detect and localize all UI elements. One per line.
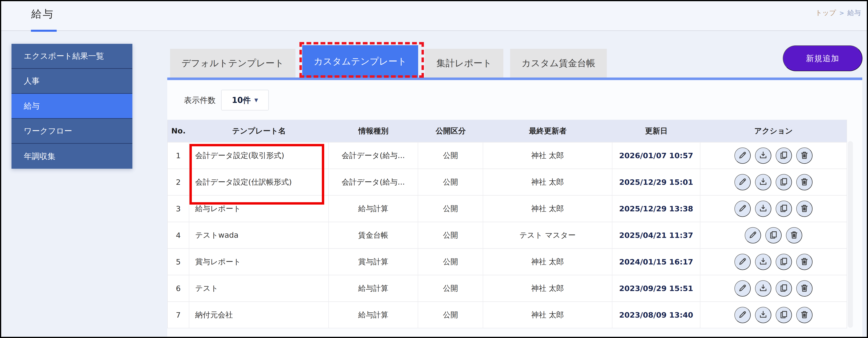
title-accent-underline — [31, 30, 57, 32]
copy-button[interactable] — [776, 254, 792, 270]
download-icon — [758, 283, 768, 293]
cell-updated: 2023/09/29 15:51 — [612, 275, 701, 301]
cell-no: 7 — [168, 302, 189, 328]
table-row: 3給与レポート給与計算公開神社 太郎2025/12/29 13:38 — [168, 195, 846, 222]
download-icon — [758, 204, 768, 214]
edit-button[interactable] — [735, 148, 751, 164]
copy-icon — [779, 283, 788, 293]
download-button[interactable] — [755, 280, 771, 297]
page-size-value: 10件 — [232, 95, 251, 106]
cell-type: 給与計算 — [329, 275, 418, 301]
delete-button[interactable] — [786, 227, 802, 243]
copy-button[interactable] — [776, 148, 792, 164]
cell-type: 賃金台帳 — [329, 222, 418, 248]
tab-custom-wage-ledger[interactable]: カスタム賃金台帳 — [510, 49, 607, 78]
column-header: 最終更新者 — [483, 120, 612, 142]
tab-custom-template[interactable]: カスタムテンプレート — [302, 45, 418, 78]
download-icon — [758, 177, 768, 187]
cell-updated-by: 神社 太郎 — [483, 196, 612, 222]
edit-icon — [738, 204, 747, 214]
edit-button[interactable] — [735, 280, 751, 297]
delete-button[interactable] — [796, 307, 812, 323]
column-header: 情報種別 — [329, 120, 418, 142]
delete-button[interactable] — [796, 174, 812, 190]
download-button[interactable] — [755, 307, 771, 323]
page-size-select[interactable]: 10件 ▼ — [221, 90, 269, 111]
sidebar-item-nencho[interactable]: 年調収集 — [11, 144, 132, 169]
cell-no: 5 — [168, 249, 189, 275]
sidebar-item-payroll[interactable]: 給与 — [11, 94, 132, 119]
download-button[interactable] — [755, 148, 771, 164]
app-window: 給与 トップ > 給与 エクスポート結果一覧人事給与ワークフロー年調収集 デフォ… — [0, 0, 868, 338]
chevron-down-icon: ▼ — [254, 97, 258, 103]
cell-actions — [700, 302, 846, 328]
edit-button[interactable] — [735, 254, 751, 270]
copy-icon — [779, 257, 788, 267]
download-button[interactable] — [755, 174, 771, 190]
cell-actions — [700, 222, 846, 248]
edit-icon — [748, 231, 757, 240]
copy-button[interactable] — [776, 174, 792, 190]
download-icon — [758, 151, 768, 160]
cell-updated-by: 神社 太郎 — [483, 169, 612, 195]
edit-button[interactable] — [735, 307, 751, 323]
sidebar-item-hr[interactable]: 人事 — [11, 69, 132, 94]
copy-button[interactable] — [776, 307, 792, 323]
copy-icon — [769, 231, 778, 240]
copy-button[interactable] — [765, 227, 782, 243]
breadcrumb: トップ > 給与 — [815, 8, 861, 18]
column-header: 公開区分 — [418, 120, 483, 142]
table-row: 5賞与レポート賞与計算公開神社 太郎2024/01/15 16:17 — [168, 248, 846, 275]
add-new-button[interactable]: 新規追加 — [783, 45, 863, 71]
copy-button[interactable] — [776, 201, 792, 217]
sidebar-item-export-results[interactable]: エクスポート結果一覧 — [11, 44, 132, 69]
tab-default-template[interactable]: デフォルトテンプレート — [170, 49, 296, 78]
edit-button[interactable] — [735, 174, 751, 190]
download-icon — [758, 257, 768, 267]
table-scrollbar-track[interactable] — [848, 141, 853, 328]
cell-visibility: 公開 — [418, 249, 483, 275]
sidebar-item-workflow[interactable]: ワークフロー — [11, 119, 132, 144]
edit-button[interactable] — [735, 201, 751, 217]
cell-no: 3 — [168, 196, 189, 222]
table-row: 6テスト給与計算公開神社 太郎2023/09/29 15:51 — [168, 275, 846, 301]
tab-bar: デフォルトテンプレートカスタムテンプレート集計レポートカスタム賃金台帳 — [170, 45, 607, 78]
cell-updated: 2025/12/29 15:01 — [612, 169, 701, 195]
copy-icon — [779, 177, 788, 187]
cell-no: 1 — [168, 143, 189, 168]
download-button[interactable] — [755, 254, 771, 270]
tab-summary-report[interactable]: 集計レポート — [425, 49, 503, 78]
delete-button[interactable] — [796, 280, 812, 297]
copy-icon — [779, 204, 788, 214]
cell-actions — [700, 169, 846, 195]
cell-visibility: 公開 — [418, 275, 483, 301]
templates-table: No.テンプレート名情報種別公開区分最終更新者更新日アクション 1会計データ設定… — [167, 120, 847, 328]
table-row: 4テストwada賃金台帳公開テスト マスター2025/04/21 11:37 — [168, 222, 846, 248]
cell-type: 賞与計算 — [329, 249, 418, 275]
delete-icon — [800, 151, 809, 160]
cell-updated-by: 神社 太郎 — [483, 249, 612, 275]
cell-name: 納付元会社 — [189, 302, 329, 328]
breadcrumb-home-link[interactable]: トップ — [815, 8, 836, 18]
table-row: 2会計データ設定(仕訳帳形式)会計データ(給与...公開神社 太郎2025/12… — [168, 168, 846, 195]
delete-button[interactable] — [796, 254, 812, 270]
table-body: 1会計データ設定(取引形式)会計データ(給与...公開神社 太郎2026/01/… — [168, 142, 846, 328]
download-button[interactable] — [755, 201, 771, 217]
cell-no: 4 — [168, 222, 189, 248]
cell-name: 賞与レポート — [189, 249, 329, 275]
sidebar: エクスポート結果一覧人事給与ワークフロー年調収集 — [11, 44, 132, 169]
delete-button[interactable] — [796, 201, 812, 217]
cell-name: 給与レポート — [189, 196, 329, 222]
copy-button[interactable] — [776, 280, 792, 297]
delete-button[interactable] — [796, 148, 812, 164]
sidebar-item-label: 給与 — [24, 100, 40, 112]
cell-visibility: 公開 — [418, 143, 483, 168]
cell-name: テスト — [189, 275, 329, 301]
cell-visibility: 公開 — [418, 222, 483, 248]
cell-updated-by: 神社 太郎 — [483, 302, 612, 328]
cell-no: 2 — [168, 169, 189, 195]
table-row: 7納付元会社給与計算公開神社 太郎2023/08/09 13:40 — [168, 301, 846, 328]
edit-button[interactable] — [745, 227, 761, 243]
cell-actions — [700, 275, 846, 301]
sidebar-item-label: ワークフロー — [24, 125, 72, 136]
